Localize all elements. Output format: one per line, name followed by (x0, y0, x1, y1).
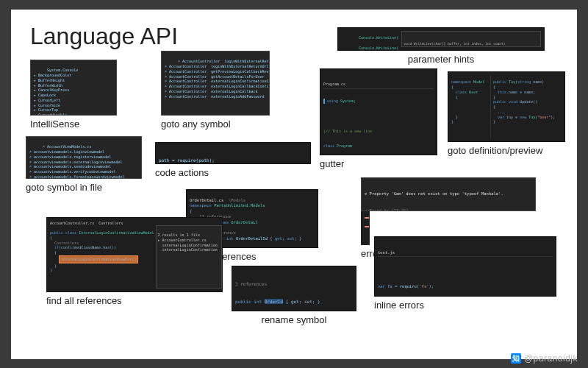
thumb-parameter-hints: Console.WriteLine( Console.WriteLine( Co… (337, 27, 545, 51)
item-goto-def: namespace Model { class User { } } publi… (448, 71, 565, 156)
item-gutter: Program.cs using System; |// This is a n… (320, 68, 437, 169)
item-rename: 3 references public int OrderId { get; s… (232, 266, 356, 325)
thumb-goto-symbol: ⌕ AccountViewModels.cs ⌕ accountviewmode… (26, 136, 142, 179)
thumb-errors: ⊘ Property 'Gam' does not exist on type … (361, 177, 536, 211)
cap-parameter-hints: parameter hints (337, 54, 545, 65)
thumb-inline-errors: test.js var fs = require('fs'); var path… (374, 236, 556, 297)
item-inline-errors: test.js var fs = require('fs'); var path… (374, 236, 556, 311)
thumb-gutter: Program.cs using System; |// This is a n… (320, 68, 437, 155)
thumb-rename: 3 references public int OrderId { get; s… (232, 266, 356, 311)
cap-inline-errors: inline errors (374, 300, 556, 311)
zhihu-icon: 知 (511, 353, 521, 364)
watermark: 知 @paranoidjk (511, 353, 578, 364)
thumb-code-actions: path = require(path); var var resourceFi… (155, 142, 311, 164)
cap-code-actions: code actions (155, 167, 311, 178)
item-goto-symbol-in-file: ⌕ AccountViewModels.cs ⌕ accountviewmode… (26, 136, 142, 193)
cap-rename: rename symbol (232, 314, 356, 325)
thumb-find-refs: AccountController.cs Controllers public … (46, 217, 223, 292)
watermark-handle: @paranoidjk (524, 353, 578, 364)
slide: Language API System.Console ▸ Background… (11, 10, 577, 359)
item-find-refs: AccountController.cs Controllers public … (46, 217, 223, 306)
cap-goto-def: goto definition/preview (448, 145, 565, 156)
item-intellisense: System.Console ▸ BackgroundColor ▸ Buffe… (30, 60, 117, 130)
cap-goto-symbol: goto symbol in file (26, 182, 142, 193)
item-goto-any-symbol: ⌕ AccountController loginWithExternalRet… (161, 51, 270, 130)
thumb-intellisense: System.Console ▸ BackgroundColor ▸ Buffe… (30, 60, 117, 116)
thumb-goto-def: namespace Model { class User { } } publi… (448, 71, 565, 142)
cap-find-refs: find all references (46, 295, 223, 306)
cap-intellisense: IntelliSense (30, 118, 117, 130)
item-parameter-hints: Console.WriteLine( Console.WriteLine( Co… (337, 27, 545, 65)
cap-goto-any-symbol: goto any symbol (161, 118, 270, 130)
thumb-goto-any-symbol: ⌕ AccountController loginWithExternalRet… (161, 51, 270, 116)
cap-gutter: gutter (320, 158, 437, 169)
item-code-actions: path = require(path); var var resourceFi… (155, 142, 311, 178)
